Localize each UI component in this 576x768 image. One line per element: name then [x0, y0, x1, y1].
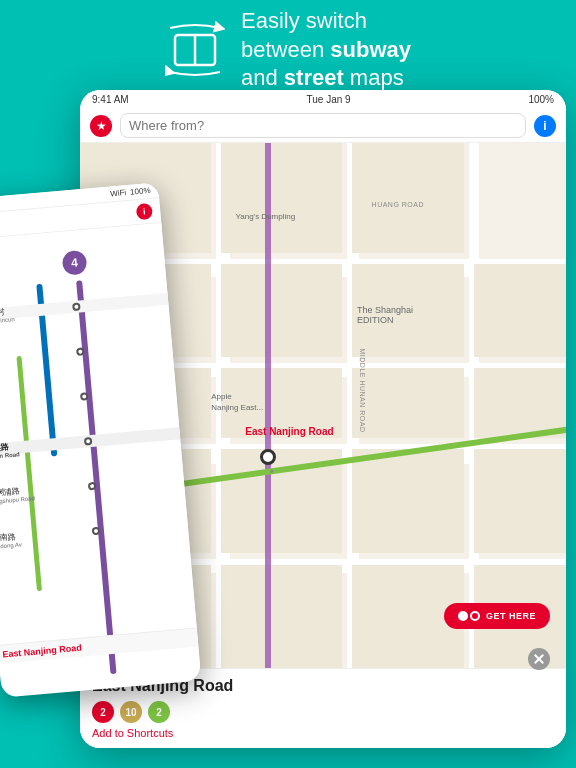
- station-dot: [260, 449, 276, 465]
- station-dot-yangshupu: [88, 482, 97, 491]
- header-title: Easily switch between subway and street …: [241, 7, 411, 93]
- map-switch-icon: [165, 20, 225, 80]
- station-label-pudong: 东南路 Pudong Av: [0, 532, 22, 551]
- block-14: [352, 449, 464, 553]
- info-button[interactable]: i: [534, 115, 556, 137]
- get-here-button[interactable]: GET HERE: [444, 603, 550, 629]
- map-road-huang: HUANG ROAD: [372, 201, 424, 208]
- block-7: [474, 264, 566, 356]
- station-dot-qiao: [80, 392, 89, 401]
- map-place-apple: Apple: [211, 392, 231, 401]
- map-road-hunan: MIDDLE HUNAN ROAD: [358, 349, 365, 433]
- station-dot-road1: [76, 347, 85, 356]
- line-badge-10: 10: [120, 701, 142, 723]
- subway-bottom-station: East Nanjing Road: [0, 628, 198, 664]
- favorite-button[interactable]: ★: [90, 115, 112, 137]
- subway-wifi: WiFi: [110, 188, 127, 198]
- record-dot-inner: [470, 611, 480, 621]
- search-bar: ★ i: [80, 109, 566, 143]
- line-badge-2b: 2: [148, 701, 170, 723]
- shortcuts-link[interactable]: Add to Shortcuts: [92, 727, 554, 739]
- map-place-yangs: Yang's Dumpling: [236, 212, 296, 221]
- search-input[interactable]: [120, 113, 526, 138]
- station-label-youdian: 邮电斯村 Youdian Xincun: [0, 306, 15, 326]
- get-here-label: GET HERE: [486, 611, 536, 621]
- record-icon: [458, 611, 480, 621]
- block-15: [474, 449, 566, 553]
- block-3: [352, 143, 464, 253]
- record-dot-outer: [458, 611, 468, 621]
- station-lines: 2 10 2: [92, 701, 554, 723]
- block-5: [221, 264, 343, 356]
- block-10: [352, 368, 464, 437]
- station-sub-label: ●: [270, 467, 274, 474]
- close-button[interactable]: [528, 648, 550, 670]
- subway-info-btn[interactable]: i: [136, 203, 153, 220]
- header: Easily switch between subway and street …: [0, 0, 576, 100]
- station-dot-dalian: [84, 437, 93, 446]
- map-place-nanjing: Nanjing East...: [211, 403, 263, 412]
- subway-station-highlighted: East Nanjing Road: [2, 633, 194, 660]
- line-4-badge: 4: [62, 250, 88, 276]
- block-11: [474, 368, 566, 437]
- station-dot-youdian: [72, 302, 81, 311]
- subway-track-purple: [76, 280, 116, 674]
- subway-battery: 100%: [130, 186, 151, 197]
- block-2: [221, 143, 343, 253]
- subway-track-green: [16, 356, 42, 592]
- station-name-label: East Nanjing Road: [245, 426, 333, 437]
- station-dot-pudong: [91, 527, 100, 536]
- line-badge-2: 2: [92, 701, 114, 723]
- station-pudong: 东南路 Pudong Av: [0, 517, 188, 546]
- map-place-edition: The ShanghaiEDITION: [357, 305, 413, 325]
- station-label-dalian: 大连路 Dalian Road: [0, 441, 20, 461]
